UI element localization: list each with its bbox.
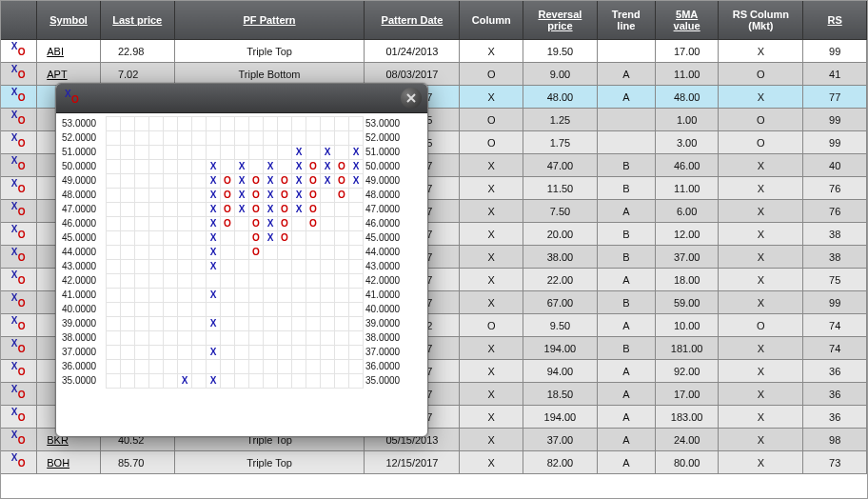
chart-icon-cell[interactable] <box>1 406 37 429</box>
chart-icon-cell[interactable] <box>1 177 37 200</box>
rscolumn-cell: X <box>719 154 803 177</box>
pf-cell <box>292 289 306 303</box>
chart-icon-cell[interactable] <box>1 337 37 360</box>
chart-icon-cell[interactable] <box>1 360 37 383</box>
rs-cell: 99 <box>803 131 867 154</box>
pf-cell <box>149 174 164 189</box>
col-rs[interactable]: RS <box>803 1 867 40</box>
xo-icon[interactable] <box>12 227 26 240</box>
pf-cell <box>264 117 278 131</box>
xo-icon[interactable] <box>12 90 26 103</box>
pf-cell <box>306 231 321 246</box>
chart-icon-cell[interactable] <box>1 429 37 451</box>
xo-icon[interactable] <box>12 455 26 469</box>
pf-cell <box>306 117 321 131</box>
pf-cell <box>121 346 135 360</box>
pf-cell <box>321 374 335 389</box>
rs-cell: 38 <box>803 223 867 246</box>
xo-icon[interactable] <box>12 181 26 194</box>
symbol-cell[interactable]: APT <box>37 63 101 86</box>
col-rev[interactable]: Reversalprice <box>523 1 598 40</box>
pf-cell <box>292 131 306 146</box>
rscolumn-cell: X <box>719 429 803 451</box>
xo-icon[interactable] <box>12 364 26 377</box>
xo-icon[interactable] <box>12 341 26 354</box>
rs-cell: 36 <box>803 360 867 383</box>
chart-icon-cell[interactable] <box>1 314 37 337</box>
xo-icon[interactable] <box>12 432 26 446</box>
pf-cell <box>192 231 207 246</box>
symbol-cell[interactable]: ABI <box>37 40 101 63</box>
rscolumn-cell: X <box>719 360 803 383</box>
xo-icon[interactable] <box>12 318 26 331</box>
pf-cell <box>149 246 164 260</box>
symbol-link[interactable]: ABI <box>47 46 64 57</box>
chart-icon-cell[interactable] <box>1 109 37 131</box>
chart-icon-cell[interactable] <box>1 40 37 63</box>
col-ma5[interactable]: 5MAvalue <box>655 1 719 40</box>
chart-icon-cell[interactable] <box>1 200 37 223</box>
xo-icon[interactable] <box>12 250 26 263</box>
pf-cell: X <box>321 160 335 174</box>
xo-icon[interactable] <box>12 67 26 80</box>
chart-icon-cell[interactable] <box>1 63 37 86</box>
xo-icon[interactable] <box>12 158 26 171</box>
symbol-link[interactable]: BOH <box>47 457 69 469</box>
chart-icon-cell[interactable] <box>1 269 37 291</box>
popup-body[interactable]: 53.000053.000052.000052.000051.0000XXX51… <box>56 112 427 436</box>
pf-cell <box>306 289 321 303</box>
xo-icon[interactable] <box>12 387 26 400</box>
col-symbol[interactable]: Symbol <box>37 1 101 40</box>
chart-icon-cell[interactable] <box>1 131 37 154</box>
pf-cell <box>149 289 164 303</box>
pf-cell <box>306 131 321 146</box>
col-last[interactable]: Last price <box>100 1 174 40</box>
xo-icon[interactable] <box>12 204 26 217</box>
xo-icon[interactable] <box>12 44 26 57</box>
table-row[interactable]: BOH85.70Triple Top12/15/2017X82.00A80.00… <box>1 451 867 474</box>
chart-icon-cell[interactable] <box>1 223 37 246</box>
column-cell: X <box>460 337 523 360</box>
pf-cell <box>164 360 178 374</box>
chart-icon-cell[interactable] <box>1 86 37 109</box>
ma5-cell: 1.00 <box>655 109 719 131</box>
chart-icon-cell[interactable] <box>1 246 37 269</box>
pf-price-label: 53.0000 <box>60 117 107 131</box>
pf-price-label-right: 53.0000 <box>364 117 410 131</box>
col-pdate[interactable]: Pattern Date <box>365 1 460 40</box>
xo-icon[interactable] <box>12 272 26 286</box>
pf-cell <box>335 217 349 231</box>
xo-icon[interactable] <box>12 135 26 149</box>
symbol-cell[interactable]: BOH <box>37 451 101 474</box>
pf-price-label: 42.0000 <box>60 274 107 289</box>
ma5-cell: 80.00 <box>655 451 719 474</box>
pf-cell <box>192 246 207 260</box>
xo-icon[interactable] <box>12 409 26 423</box>
close-button[interactable] <box>401 88 422 109</box>
xo-icon[interactable] <box>12 295 26 309</box>
reversal-cell: 9.00 <box>523 63 598 86</box>
column-cell: X <box>460 451 523 474</box>
chart-icon-cell[interactable] <box>1 154 37 177</box>
reversal-cell: 19.50 <box>523 40 598 63</box>
table-row[interactable]: APT7.02Triple Bottom08/03/2017O9.00A11.0… <box>1 63 867 86</box>
close-icon <box>406 93 416 103</box>
xo-icon[interactable] <box>12 112 26 126</box>
pf-price-label-right: 46.0000 <box>364 217 410 231</box>
pf-cell <box>164 217 178 231</box>
pf-cell <box>121 131 135 146</box>
table-row[interactable]: ABI22.98Triple Top01/24/2013X19.5017.00X… <box>1 40 867 63</box>
symbol-link[interactable]: APT <box>47 69 67 80</box>
chart-icon-cell[interactable] <box>1 451 37 474</box>
pf-cell: X <box>264 160 278 174</box>
chart-icon-cell[interactable] <box>1 383 37 406</box>
pf-cell <box>107 203 121 217</box>
pf-cell: O <box>306 217 321 231</box>
pf-cell <box>164 246 178 260</box>
col-pattern[interactable]: PF Pattern <box>174 1 365 40</box>
chart-icon-cell[interactable] <box>1 291 37 314</box>
pf-cell <box>107 174 121 189</box>
pf-cell: X <box>292 160 306 174</box>
popup-titlebar[interactable] <box>56 84 427 113</box>
pf-cell <box>178 117 192 131</box>
